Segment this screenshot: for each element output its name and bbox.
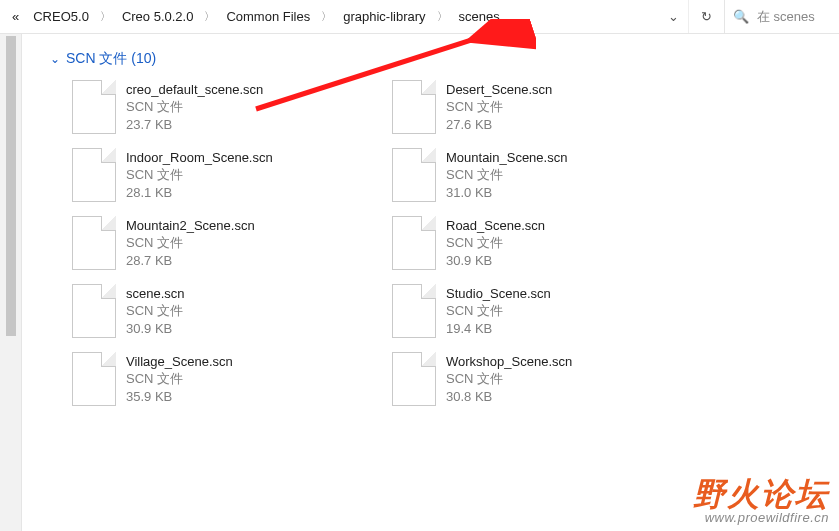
- file-grid: creo_default_scene.scnSCN 文件23.7 KBDeser…: [50, 76, 821, 410]
- file-name: Road_Scene.scn: [446, 217, 545, 235]
- file-meta: Mountain_Scene.scnSCN 文件31.0 KB: [446, 148, 567, 202]
- file-icon: [392, 148, 436, 202]
- file-item[interactable]: Village_Scene.scnSCN 文件35.9 KB: [68, 348, 388, 410]
- chevron-right-icon: 〉: [434, 9, 451, 24]
- file-item[interactable]: Studio_Scene.scnSCN 文件19.4 KB: [388, 280, 708, 342]
- file-list-pane: ⌄ SCN 文件 (10) creo_default_scene.scnSCN …: [22, 34, 839, 531]
- scrollbar-thumb[interactable]: [6, 36, 16, 336]
- file-meta: Indoor_Room_Scene.scnSCN 文件28.1 KB: [126, 148, 273, 202]
- breadcrumb[interactable]: « CREO5.0 〉 Creo 5.0.2.0 〉 Common Files …: [0, 0, 658, 33]
- file-item[interactable]: creo_default_scene.scnSCN 文件23.7 KB: [68, 76, 388, 138]
- file-type: SCN 文件: [126, 370, 233, 388]
- file-type: SCN 文件: [446, 166, 567, 184]
- file-icon: [392, 80, 436, 134]
- breadcrumb-overflow[interactable]: «: [6, 0, 25, 33]
- chevron-down-icon: ⌄: [668, 9, 679, 24]
- file-size: 27.6 KB: [446, 116, 552, 134]
- file-meta: Mountain2_Scene.scnSCN 文件28.7 KB: [126, 216, 255, 270]
- file-size: 28.1 KB: [126, 184, 273, 202]
- file-icon: [392, 216, 436, 270]
- breadcrumb-item-0[interactable]: CREO5.0: [27, 0, 95, 33]
- file-size: 35.9 KB: [126, 388, 233, 406]
- file-item[interactable]: Indoor_Room_Scene.scnSCN 文件28.1 KB: [68, 144, 388, 206]
- file-item[interactable]: Workshop_Scene.scnSCN 文件30.8 KB: [388, 348, 708, 410]
- file-name: scene.scn: [126, 285, 185, 303]
- file-icon: [72, 148, 116, 202]
- main-area: ⌄ SCN 文件 (10) creo_default_scene.scnSCN …: [0, 34, 839, 531]
- address-dropdown[interactable]: ⌄: [658, 0, 688, 33]
- file-size: 23.7 KB: [126, 116, 263, 134]
- file-meta: Road_Scene.scnSCN 文件30.9 KB: [446, 216, 545, 270]
- file-meta: Studio_Scene.scnSCN 文件19.4 KB: [446, 284, 551, 338]
- file-item[interactable]: scene.scnSCN 文件30.9 KB: [68, 280, 388, 342]
- chevron-right-icon: 〉: [201, 9, 218, 24]
- file-size: 28.7 KB: [126, 252, 255, 270]
- file-meta: Village_Scene.scnSCN 文件35.9 KB: [126, 352, 233, 406]
- file-type: SCN 文件: [446, 370, 572, 388]
- file-meta: scene.scnSCN 文件30.9 KB: [126, 284, 185, 338]
- file-item[interactable]: Road_Scene.scnSCN 文件30.9 KB: [388, 212, 708, 274]
- file-size: 30.9 KB: [446, 252, 545, 270]
- file-type: SCN 文件: [446, 98, 552, 116]
- search-input[interactable]: 🔍 在 scenes: [724, 0, 839, 33]
- file-icon: [392, 352, 436, 406]
- breadcrumb-item-1[interactable]: Creo 5.0.2.0: [116, 0, 200, 33]
- search-placeholder: 在 scenes: [757, 8, 815, 26]
- file-size: 30.9 KB: [126, 320, 185, 338]
- file-type: SCN 文件: [126, 234, 255, 252]
- search-icon: 🔍: [733, 9, 749, 24]
- file-item[interactable]: Desert_Scene.scnSCN 文件27.6 KB: [388, 76, 708, 138]
- file-item[interactable]: Mountain2_Scene.scnSCN 文件28.7 KB: [68, 212, 388, 274]
- breadcrumb-item-2[interactable]: Common Files: [220, 0, 316, 33]
- group-header[interactable]: ⌄ SCN 文件 (10): [50, 50, 821, 68]
- file-type: SCN 文件: [446, 234, 545, 252]
- file-name: creo_default_scene.scn: [126, 81, 263, 99]
- chevron-right-icon: 〉: [97, 9, 114, 24]
- file-size: 31.0 KB: [446, 184, 567, 202]
- file-icon: [72, 352, 116, 406]
- file-name: Workshop_Scene.scn: [446, 353, 572, 371]
- file-icon: [72, 80, 116, 134]
- address-bar: « CREO5.0 〉 Creo 5.0.2.0 〉 Common Files …: [0, 0, 839, 34]
- chevron-down-icon: ⌄: [50, 52, 60, 66]
- file-icon: [72, 284, 116, 338]
- file-size: 30.8 KB: [446, 388, 572, 406]
- breadcrumb-item-4[interactable]: scenes: [453, 0, 506, 33]
- group-label: SCN 文件 (10): [66, 50, 156, 68]
- file-icon: [392, 284, 436, 338]
- file-size: 19.4 KB: [446, 320, 551, 338]
- file-type: SCN 文件: [126, 98, 263, 116]
- file-meta: Workshop_Scene.scnSCN 文件30.8 KB: [446, 352, 572, 406]
- file-name: Mountain2_Scene.scn: [126, 217, 255, 235]
- file-name: Desert_Scene.scn: [446, 81, 552, 99]
- file-type: SCN 文件: [126, 302, 185, 320]
- file-type: SCN 文件: [126, 166, 273, 184]
- file-name: Indoor_Room_Scene.scn: [126, 149, 273, 167]
- file-type: SCN 文件: [446, 302, 551, 320]
- file-icon: [72, 216, 116, 270]
- file-meta: Desert_Scene.scnSCN 文件27.6 KB: [446, 80, 552, 134]
- file-name: Village_Scene.scn: [126, 353, 233, 371]
- breadcrumb-item-3[interactable]: graphic-library: [337, 0, 431, 33]
- refresh-icon: ↻: [701, 9, 712, 24]
- file-name: Mountain_Scene.scn: [446, 149, 567, 167]
- nav-scrollbar[interactable]: [0, 34, 22, 531]
- chevron-right-icon: 〉: [318, 9, 335, 24]
- refresh-button[interactable]: ↻: [688, 0, 724, 33]
- file-item[interactable]: Mountain_Scene.scnSCN 文件31.0 KB: [388, 144, 708, 206]
- file-meta: creo_default_scene.scnSCN 文件23.7 KB: [126, 80, 263, 134]
- file-name: Studio_Scene.scn: [446, 285, 551, 303]
